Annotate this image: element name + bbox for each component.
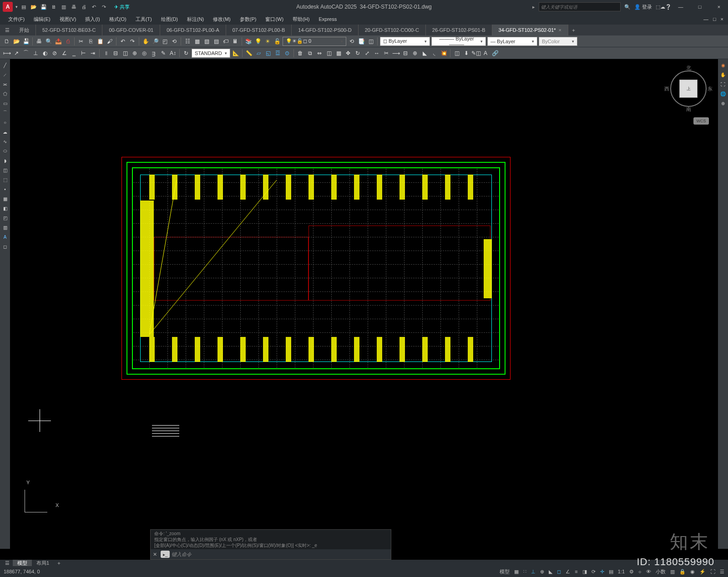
center-icon[interactable]: ⊕ xyxy=(131,49,139,57)
point-icon[interactable]: • xyxy=(1,185,9,193)
menu-file[interactable]: 文件(F) xyxy=(5,16,28,23)
offset-icon[interactable]: ◫ xyxy=(325,49,333,57)
rotate-icon[interactable]: ↻ xyxy=(354,49,362,57)
preview-icon[interactable]: 🔍 xyxy=(45,37,53,45)
menu-help[interactable]: 帮助(H) xyxy=(289,16,313,23)
tab-0[interactable]: 52-GFD-ST102-BE03-C xyxy=(36,25,102,35)
viewcube[interactable]: 上 北 南 东 西 xyxy=(663,64,713,114)
tab-6[interactable]: 26-GFD-ST102-PS01-B xyxy=(426,25,492,35)
menu-tools[interactable]: 工具(T) xyxy=(132,16,156,23)
save-doc-icon[interactable]: 💾 xyxy=(22,37,30,45)
cloud-icon[interactable]: ☁ xyxy=(660,4,665,10)
viewcube-east[interactable]: 东 xyxy=(708,85,713,92)
dimstyle-dropdown[interactable]: STANDARD▾ xyxy=(192,49,230,58)
extend-icon[interactable]: ⟶ xyxy=(392,49,400,57)
ws-switch-icon[interactable]: ⟐ xyxy=(638,569,642,574)
showmo-icon[interactable]: ⊕ xyxy=(719,99,727,107)
layer-dropdown[interactable]: 💡☀🔓◻ 0▾ xyxy=(283,37,346,46)
arc-icon[interactable]: ⌒ xyxy=(1,109,9,117)
qcalc-icon[interactable]: 🖩 xyxy=(231,37,239,45)
region-icon[interactable]: ◱ xyxy=(264,49,272,57)
doc-close-button[interactable]: × xyxy=(721,16,723,22)
ellipse-icon[interactable]: ⬭ xyxy=(1,147,9,155)
tab-4[interactable]: 14-GFD-ST102-PS00-D xyxy=(292,25,358,35)
viewcube-south[interactable]: 南 xyxy=(686,106,691,113)
maximize-button[interactable]: □ xyxy=(691,0,709,14)
list-icon[interactable]: ☲ xyxy=(273,49,282,57)
menu-param[interactable]: 参数(P) xyxy=(236,16,260,23)
snap-toggle[interactable]: ∷ xyxy=(523,569,526,575)
attdef-icon[interactable]: A xyxy=(481,49,490,57)
table-icon[interactable]: ▥ xyxy=(1,223,9,231)
dim-aligned-icon[interactable]: ↗ xyxy=(12,49,20,57)
dim-dia-icon[interactable]: ⊘ xyxy=(51,49,59,57)
gradient-icon[interactable]: ◧ xyxy=(1,204,9,212)
copy2-icon[interactable]: ⧉ xyxy=(306,49,314,57)
scale-readout[interactable]: 1:1 xyxy=(618,569,625,574)
command-input[interactable]: 键入命令 xyxy=(172,551,192,558)
dim-arc-icon[interactable]: ⌒ xyxy=(22,49,30,57)
circle-icon[interactable]: ○ xyxy=(1,118,9,126)
print-icon[interactable]: 🖨 xyxy=(80,3,88,11)
doc-restore-button[interactable]: □ xyxy=(713,16,716,22)
tab-7-active[interactable]: 34-GFD-ST102-PS02-01*× xyxy=(492,25,568,35)
transparency-toggle[interactable]: ◨ xyxy=(582,569,587,575)
coords-readout[interactable]: 188677, 7464, 0 xyxy=(4,569,40,574)
share-button[interactable]: ✈共享 xyxy=(114,4,130,10)
menu-express[interactable]: Express xyxy=(315,16,340,22)
xline-icon[interactable]: ⟋ xyxy=(1,70,9,79)
chamfer-icon[interactable]: ◣ xyxy=(420,49,429,57)
pan-icon[interactable]: ✋ xyxy=(142,37,150,45)
menu-insert[interactable]: 插入(I) xyxy=(81,16,103,23)
menu-window[interactable]: 窗口(W) xyxy=(262,16,287,23)
file-tabs-menu-icon[interactable]: ☰ xyxy=(2,27,13,33)
layer-prev-icon[interactable]: ⟲ xyxy=(348,37,356,45)
command-close-icon[interactable]: ✕ xyxy=(151,552,159,557)
cycle-toggle[interactable]: ⟳ xyxy=(592,569,596,575)
dim-ang-icon[interactable]: ∠ xyxy=(60,49,68,57)
drawing-canvas[interactable]: 上 北 南 东 西 WCS X Y xyxy=(10,59,718,549)
color-dropdown[interactable]: ◻ ByLayer▾ xyxy=(380,37,430,46)
new-icon[interactable]: ▤ xyxy=(20,3,28,11)
move-icon[interactable]: ✥ xyxy=(344,49,352,57)
dimtedit-icon[interactable]: A↕ xyxy=(169,49,177,57)
tab-3[interactable]: 07-GFD-ST102-PL00-B xyxy=(226,25,292,35)
search-arrow-icon[interactable]: ▸ xyxy=(532,4,535,10)
viewcube-west[interactable]: 西 xyxy=(664,85,669,92)
layout-menu-icon[interactable]: ☰ xyxy=(2,560,13,566)
tab-1[interactable]: 00-GFD-COVER-01 xyxy=(102,25,160,35)
hardware-icon[interactable]: ⚡ xyxy=(699,569,706,575)
minimize-button[interactable]: — xyxy=(672,0,690,14)
wcs-badge[interactable]: WCS xyxy=(693,117,709,125)
saveas-icon[interactable]: 🗎 xyxy=(50,3,58,11)
dim-quick-icon[interactable]: ⎯ xyxy=(70,49,78,57)
annoscale-icon[interactable]: ⚙ xyxy=(629,569,634,575)
batch-icon[interactable]: ⎙ xyxy=(64,37,72,45)
explode-icon[interactable]: 💥 xyxy=(440,49,448,57)
zoom-e-icon[interactable]: ⛶ xyxy=(719,80,727,88)
dyn-toggle[interactable]: ✛ xyxy=(600,569,604,575)
layer-on-icon[interactable]: 💡 xyxy=(254,37,262,45)
dim-base-icon[interactable]: ⊢ xyxy=(79,49,87,57)
zoom-win-icon[interactable]: ◰ xyxy=(161,37,169,45)
paste-icon[interactable]: 📋 xyxy=(96,37,104,45)
close-button[interactable]: × xyxy=(710,0,728,14)
cleanscreen-icon[interactable]: ⛶ xyxy=(710,569,715,574)
new-tab-button[interactable]: ＋ xyxy=(568,27,578,34)
orbit-icon[interactable]: 🌐 xyxy=(719,90,727,98)
open-doc-icon[interactable]: 📂 xyxy=(12,37,20,45)
undo-icon[interactable]: ↶ xyxy=(90,3,98,11)
bedit-icon[interactable]: ✎◫ xyxy=(472,49,480,57)
region2-icon[interactable]: ◰ xyxy=(1,214,9,222)
menu-draw[interactable]: 绘图(D) xyxy=(157,16,182,23)
dim-break-icon[interactable]: ⊟ xyxy=(111,49,120,57)
menu-edit[interactable]: 编辑(E) xyxy=(30,16,54,23)
hatch-icon[interactable]: ▦ xyxy=(1,195,9,203)
dim-rad-icon[interactable]: ◐ xyxy=(41,49,49,57)
rect-icon[interactable]: ▭ xyxy=(1,99,9,107)
distance-icon[interactable]: 📏 xyxy=(245,49,253,57)
isolate-icon[interactable]: ◉ xyxy=(690,569,695,575)
zoom-prev-icon[interactable]: ⟲ xyxy=(170,37,178,45)
insert-block-icon[interactable]: ◫ xyxy=(1,166,9,174)
pline-icon[interactable]: ⫘ xyxy=(1,80,9,88)
